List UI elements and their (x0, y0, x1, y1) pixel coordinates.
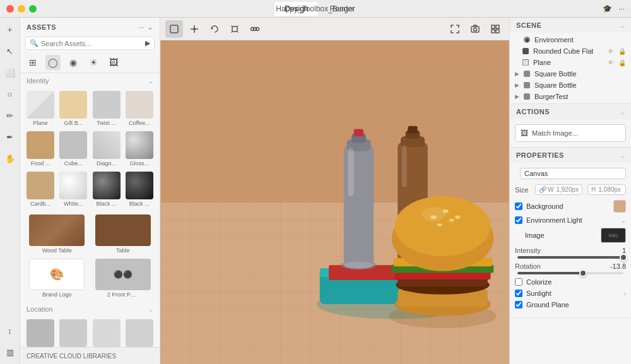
asset-white[interactable]: White... (58, 170, 88, 208)
sunlight-checkbox[interactable] (515, 290, 522, 297)
canvas-select[interactable]: Canvas (520, 168, 626, 179)
asset-twist[interactable]: Twist ... (91, 90, 122, 127)
image-thumb[interactable]: IMG (601, 228, 626, 243)
svg-line-7 (237, 25, 239, 26)
lock-icon[interactable]: 🔒 (618, 48, 626, 55)
asset-cardboard[interactable]: Cardb... (25, 170, 56, 208)
asset-black2[interactable]: Black ... (124, 170, 155, 208)
minimize-button[interactable] (18, 5, 25, 13)
asset-billboard[interactable]: Billbo... (25, 318, 56, 347)
scene-collapse-icon[interactable]: ⌄ (620, 22, 625, 29)
select-tool[interactable] (165, 20, 183, 38)
scene-item-rounded-cube[interactable]: ◻ Rounded Cube Flat 👁 🔒 (510, 45, 631, 57)
asset-cube[interactable]: Cube... (58, 130, 88, 168)
zoom-icon[interactable]: ↕ (3, 324, 17, 338)
asset-panels[interactable]: ⚫⚫ 2 Front Panels So... (91, 257, 155, 299)
env-light-checkbox[interactable] (515, 216, 522, 224)
asset-bus-thumb (59, 319, 87, 347)
search-input[interactable] (41, 40, 143, 47)
size-row: Size 🔗 W 1,920px H 1,080px (515, 184, 626, 195)
share-icon[interactable]: 🎓 (603, 4, 612, 13)
identity-collapse-icon[interactable]: ⌄ (148, 78, 153, 85)
identity-section-header: Identity ⌄ (20, 73, 160, 87)
asset-tab-images[interactable]: 🖼 (106, 55, 121, 70)
match-image-button[interactable]: 🖼 Match Image... (515, 124, 626, 142)
layers-icon[interactable]: ▥ (3, 345, 17, 359)
svg-point-73 (449, 219, 454, 222)
rotate-tool[interactable] (206, 20, 223, 38)
asset-tab-materials[interactable]: ◉ (66, 55, 81, 70)
distribute-tool[interactable] (246, 20, 264, 38)
svg-point-14 (474, 28, 477, 31)
asset-billboard-thumb (27, 319, 54, 347)
viewport (160, 18, 509, 364)
actions-collapse-icon[interactable]: ⌄ (620, 109, 625, 115)
location-collapse-icon[interactable]: ⌄ (148, 306, 153, 313)
asset-gift[interactable]: Gift B... (58, 90, 88, 127)
ground-plane-checkbox[interactable] (515, 301, 522, 308)
close-button[interactable] (6, 5, 14, 13)
intensity-slider[interactable] (517, 256, 623, 259)
cloud-libraries-bar[interactable]: CREATIVE CLOUD LIBRARIES (20, 347, 160, 364)
assets-more-icon[interactable]: ··· (138, 23, 144, 32)
eye-icon2[interactable]: 👁 (608, 59, 614, 66)
lock-icon2[interactable]: 🔒 (618, 59, 626, 66)
height-field[interactable]: H 1,080px (587, 184, 626, 195)
env-light-expand[interactable]: ⌄ (621, 217, 626, 224)
asset-brand-logo[interactable]: 🎨 Brand Logo (25, 257, 89, 299)
eye-icon[interactable]: 👁 (608, 48, 614, 55)
more-icon[interactable]: ··· (618, 4, 625, 13)
width-field[interactable]: 🔗 W 1,920px (535, 184, 582, 195)
scene-item-burger-test[interactable]: ▶ BurgerTest (510, 91, 631, 102)
background-checkbox[interactable] (515, 203, 522, 210)
colorize-checkbox[interactable] (515, 278, 522, 286)
scene-item-plane[interactable]: ⬜ Plane 👁 🔒 (510, 57, 631, 68)
asset-plane-thumb (27, 91, 54, 119)
asset-cube-loc[interactable]: Cube (124, 318, 155, 347)
scale-tool[interactable] (226, 20, 244, 38)
cursor-icon[interactable]: ↖ (3, 44, 17, 58)
transform-tool[interactable] (186, 20, 203, 38)
rotation-slider[interactable] (517, 272, 623, 274)
cloud-libraries-label: CREATIVE CLOUD LIBRARIES (27, 353, 116, 360)
asset-diagonal[interactable]: Diago... (91, 130, 122, 168)
actions-content: 🖼 Match Image... (510, 119, 631, 147)
assets-expand-icon[interactable]: ⌄ (147, 23, 153, 32)
asset-bus-stop[interactable]: Bus St... (58, 318, 88, 347)
sunlight-expand[interactable]: › (624, 290, 626, 297)
background-color-swatch[interactable] (613, 200, 626, 213)
asset-tab-shapes[interactable]: ◯ (45, 55, 61, 70)
scene-item-environment[interactable]: ◉ Environment (510, 34, 631, 45)
asset-black1[interactable]: Black ... (91, 170, 122, 208)
add-icon[interactable]: ＋ (3, 23, 17, 37)
fullscreen-btn[interactable] (446, 20, 464, 38)
asset-table[interactable]: Table (91, 213, 155, 255)
svg-point-50 (344, 262, 374, 269)
asset-tab-lights[interactable]: ☀ (86, 55, 101, 70)
asset-gloss[interactable]: Gloss... (124, 130, 155, 168)
asset-black2-label: Black ... (129, 201, 150, 207)
asset-led[interactable]: LED S... (91, 318, 122, 347)
asset-food[interactable]: Food ... (25, 130, 56, 168)
path-icon[interactable]: ✏ (3, 109, 17, 122)
box-icon3 (524, 93, 530, 100)
scene-item-square-bottle-2[interactable]: ▶ Square Bottle (510, 79, 631, 91)
camera-btn[interactable] (466, 20, 484, 38)
asset-coffee[interactable]: Coffee... (124, 90, 155, 127)
asset-wood-table[interactable]: Wood Table (25, 213, 89, 255)
properties-collapse-icon[interactable]: ⌄ (620, 152, 625, 159)
asset-coffee-thumb (126, 91, 153, 119)
circle-icon[interactable]: ○ (3, 87, 17, 101)
maximize-button[interactable] (29, 5, 37, 13)
asset-tab-templates[interactable]: ⊞ (25, 55, 40, 70)
pen-icon[interactable]: ✒ (3, 130, 17, 144)
env-label: Environment (534, 36, 574, 44)
grid-btn[interactable] (487, 20, 504, 38)
asset-plane[interactable]: Plane (25, 90, 56, 127)
properties-section: PROPERTIES ⌄ Canvas Size 🔗 W 1,920px (510, 148, 631, 318)
hand-icon[interactable]: ✋ (3, 151, 17, 165)
asset-food-label: Food ... (31, 160, 50, 167)
shape-icon[interactable]: ⬜ (3, 66, 17, 79)
scene-item-square-bottle-1[interactable]: ▶ Square Bottle (510, 68, 631, 79)
intensity-row: Intensity 1 (515, 247, 626, 259)
